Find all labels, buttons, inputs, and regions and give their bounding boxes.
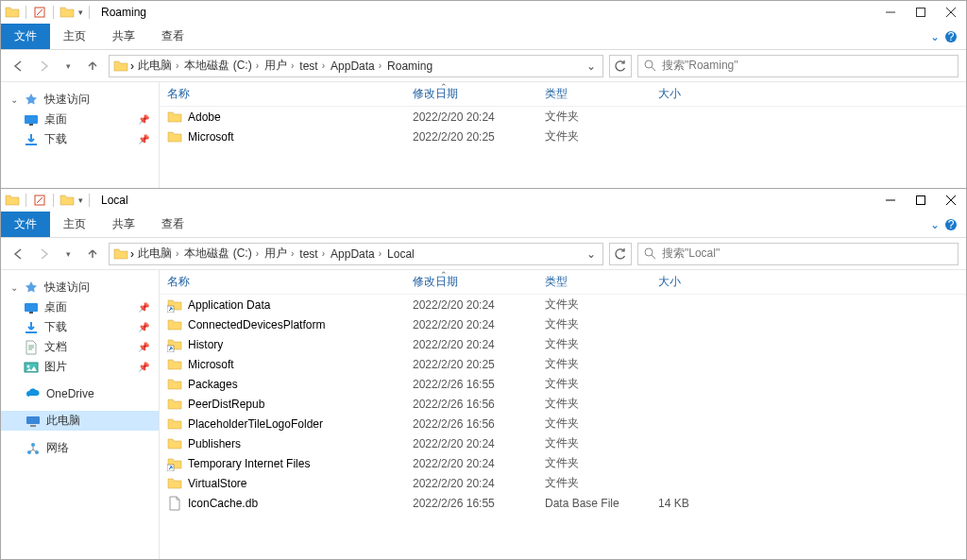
titlebar[interactable]: ▾ Roaming	[1, 1, 966, 24]
col-size[interactable]: 大小	[651, 86, 726, 102]
folder-icon[interactable]	[59, 5, 75, 20]
share-tab[interactable]: 共享	[99, 212, 148, 237]
file-type: 文件夹	[537, 297, 651, 313]
file-name: Microsoft	[188, 130, 234, 144]
view-tab[interactable]: 查看	[148, 24, 197, 49]
breadcrumb-item[interactable]: Local	[385, 247, 416, 261]
maximize-button[interactable]	[906, 1, 936, 24]
share-tab[interactable]: 共享	[99, 24, 148, 49]
table-row[interactable]: Packages 2022/2/26 16:55 文件夹	[160, 374, 966, 394]
table-row[interactable]: Adobe 2022/2/20 20:24 文件夹	[160, 107, 966, 127]
close-button[interactable]	[936, 189, 966, 212]
breadcrumb-item[interactable]: 用户›	[263, 246, 296, 262]
breadcrumb-item[interactable]: test›	[297, 247, 327, 261]
refresh-button[interactable]	[609, 243, 632, 265]
table-row[interactable]: Publishers 2022/2/20 20:24 文件夹	[160, 433, 966, 453]
file-type: 文件夹	[537, 109, 651, 125]
qat-dropdown-icon[interactable]: ▾	[78, 195, 83, 205]
table-row[interactable]: VirtualStore 2022/2/20 20:24 文件夹	[160, 473, 966, 493]
breadcrumb-item[interactable]: 此电脑›	[136, 246, 180, 262]
back-button[interactable]	[8, 56, 29, 76]
chevron-down-icon: ⌄	[930, 218, 940, 231]
breadcrumb-item[interactable]: AppData›	[329, 247, 383, 261]
refresh-button[interactable]	[609, 55, 632, 77]
col-type[interactable]: 类型	[537, 86, 651, 102]
col-name[interactable]: 名称	[160, 274, 405, 290]
sidebar-item-pictures[interactable]: 图片📌	[1, 357, 159, 377]
sidebar-item-desktop[interactable]: 桌面📌	[1, 297, 159, 317]
sidebar-item-quick-access[interactable]: ⌄快速访问	[1, 278, 159, 297]
table-row[interactable]: Microsoft 2022/2/20 20:25 文件夹	[160, 127, 966, 146]
pin-icon: 📌	[138, 322, 149, 332]
address-bar: ▾ › 此电脑› 本地磁盘 (C:)› 用户› test› AppData› L…	[1, 238, 966, 270]
table-row[interactable]: Application Data 2022/2/20 20:24 文件夹	[160, 295, 966, 314]
recent-dropdown[interactable]: ▾	[58, 244, 78, 264]
file-date: 2022/2/26 16:55	[405, 497, 537, 510]
search-input[interactable]: 搜索"Roaming"	[637, 55, 959, 77]
breadcrumb-item[interactable]: 用户›	[263, 58, 296, 74]
column-headers[interactable]: ⌃ 名称 修改日期 类型 大小	[160, 270, 966, 295]
table-row[interactable]: PlaceholderTileLogoFolder 2022/2/26 16:5…	[160, 414, 966, 433]
sidebar-item-quick-access[interactable]: ⌄快速访问	[1, 90, 159, 110]
sidebar-item-this-pc[interactable]: 此电脑	[1, 411, 159, 431]
col-size[interactable]: 大小	[651, 274, 726, 290]
sidebar-item-downloads[interactable]: 下载📌	[1, 129, 159, 149]
titlebar[interactable]: ▾ Local	[1, 189, 966, 212]
properties-icon[interactable]	[32, 5, 47, 20]
table-row[interactable]: IconCache.db 2022/2/26 16:55 Data Base F…	[160, 493, 966, 513]
file-tab[interactable]: 文件	[1, 212, 50, 237]
table-row[interactable]: Microsoft 2022/2/20 20:25 文件夹	[160, 354, 966, 374]
sidebar-item-documents[interactable]: 文档📌	[1, 337, 159, 357]
breadcrumb-item[interactable]: AppData›	[329, 59, 383, 73]
breadcrumb-item[interactable]: 此电脑›	[136, 58, 180, 74]
breadcrumb-item[interactable]: 本地磁盘 (C:)›	[182, 58, 261, 74]
view-tab[interactable]: 查看	[148, 212, 197, 237]
folder-icon[interactable]	[59, 193, 75, 208]
chevron-right-icon[interactable]: ›	[130, 59, 134, 73]
home-tab[interactable]: 主页	[50, 212, 99, 237]
forward-button[interactable]	[33, 244, 54, 264]
folder-icon	[113, 246, 128, 262]
breadcrumbs[interactable]: › 此电脑› 本地磁盘 (C:)› 用户› test› AppData› Roa…	[109, 55, 603, 77]
up-button[interactable]	[82, 56, 103, 76]
breadcrumb-item[interactable]: Roaming	[385, 59, 434, 73]
help-icon[interactable]: ?	[943, 217, 959, 232]
breadcrumb-item[interactable]: 本地磁盘 (C:)›	[182, 246, 261, 262]
sidebar-item-network[interactable]: 网络	[1, 438, 159, 458]
ribbon-collapse[interactable]: ⌄?	[930, 24, 966, 49]
search-input[interactable]: 搜索"Local"	[637, 243, 959, 265]
sidebar-item-desktop[interactable]: 桌面📌	[1, 110, 159, 129]
col-date[interactable]: 修改日期	[405, 274, 537, 290]
chevron-right-icon[interactable]: ›	[130, 247, 134, 261]
sidebar-item-onedrive[interactable]: OneDrive	[1, 384, 159, 403]
address-dropdown-icon[interactable]: ⌄	[584, 245, 599, 263]
help-icon[interactable]: ?	[943, 29, 959, 44]
address-dropdown-icon[interactable]: ⌄	[584, 57, 599, 76]
col-name[interactable]: 名称	[160, 86, 405, 102]
explorer-window-local: ▾ Local 文件 主页 共享 查看 ⌄? ▾ › 此电脑› 本地磁盘 (C:…	[0, 188, 967, 560]
minimize-button[interactable]	[875, 1, 906, 24]
home-tab[interactable]: 主页	[50, 24, 99, 49]
forward-button[interactable]	[33, 56, 54, 76]
properties-icon[interactable]	[32, 193, 47, 208]
maximize-button[interactable]	[906, 189, 936, 212]
sidebar-item-downloads[interactable]: 下载📌	[1, 317, 159, 337]
table-row[interactable]: History 2022/2/20 20:24 文件夹	[160, 334, 966, 354]
ribbon-collapse[interactable]: ⌄?	[930, 212, 966, 237]
file-date: 2022/2/20 20:24	[405, 338, 537, 351]
breadcrumb-item[interactable]: test›	[297, 59, 327, 73]
table-row[interactable]: PeerDistRepub 2022/2/26 16:56 文件夹	[160, 394, 966, 414]
col-date[interactable]: 修改日期	[405, 86, 537, 102]
column-headers[interactable]: ⌃ 名称 修改日期 类型 大小	[160, 82, 966, 107]
col-type[interactable]: 类型	[537, 274, 651, 290]
minimize-button[interactable]	[875, 189, 906, 212]
qat-dropdown-icon[interactable]: ▾	[78, 8, 83, 17]
table-row[interactable]: Temporary Internet Files 2022/2/20 20:24…	[160, 453, 966, 473]
table-row[interactable]: ConnectedDevicesPlatform 2022/2/20 20:24…	[160, 314, 966, 334]
up-button[interactable]	[82, 244, 103, 264]
close-button[interactable]	[936, 1, 966, 24]
back-button[interactable]	[8, 244, 29, 264]
breadcrumbs[interactable]: › 此电脑› 本地磁盘 (C:)› 用户› test› AppData› Loc…	[109, 243, 603, 265]
recent-dropdown[interactable]: ▾	[58, 56, 78, 76]
file-tab[interactable]: 文件	[1, 24, 50, 49]
